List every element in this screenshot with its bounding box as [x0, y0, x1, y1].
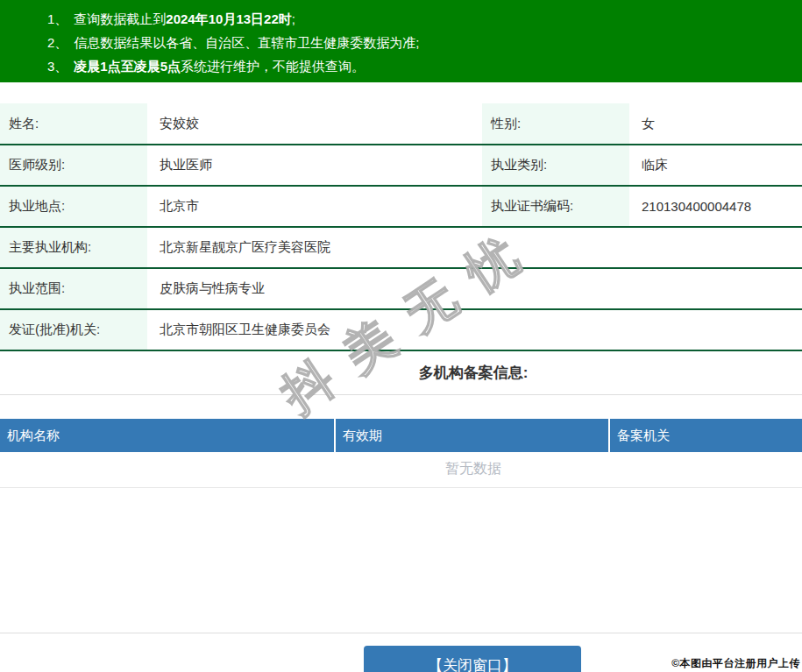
practice-category-value: 临床 [629, 145, 802, 186]
name-label: 姓名: [0, 103, 147, 145]
notice-number: 2、 [47, 35, 67, 50]
name-value: 安姣姣 [147, 103, 482, 145]
notice-line-1: 1、查询数据截止到2024年10月13日22时; [47, 7, 793, 31]
main-institution-label: 主要执业机构: [0, 227, 147, 268]
practice-location-label: 执业地点: [0, 186, 147, 227]
notice-banner: 1、查询数据截止到2024年10月13日22时; 2、信息数据结果以各省、自治区… [0, 0, 802, 82]
table-row: 执业地点: 北京市 执业证书编码: 210130400004478 [0, 186, 802, 227]
notice-line-2: 2、信息数据结果以各省、自治区、直辖市卫生健康委数据为准; [47, 31, 793, 54]
notice-number: 3、 [47, 59, 67, 74]
copyright-watermark: ©本图由平台注册用户上传 [671, 656, 800, 671]
gender-label: 性别: [482, 103, 629, 145]
table-row: 主要执业机构: 北京新星靓京广医疗美容医院 [0, 227, 802, 268]
query-result-page: 1、查询数据截止到2024年10月13日22时; 2、信息数据结果以各省、自治区… [0, 0, 802, 672]
gender-value: 女 [629, 103, 802, 145]
filing-table-empty-row: 暂无数据 [0, 452, 802, 487]
notice-line-3: 3、凌晨1点至凌晨5点系统进行维护，不能提供查询。 [47, 54, 793, 78]
certificate-number-value: 210130400004478 [629, 186, 802, 227]
doctor-level-value: 执业医师 [147, 145, 482, 186]
notice-bold-text: 凌晨1点至凌晨5点 [74, 59, 181, 74]
notice-bold-text: 2024年10月13日22时 [166, 11, 291, 26]
notice-text: ; [292, 11, 295, 26]
main-institution-value: 北京新星靓京广医疗美容医院 [147, 227, 802, 268]
practice-location-value: 北京市 [147, 186, 482, 227]
doctor-level-label: 医师级别: [0, 145, 147, 186]
notice-text: 查询数据截止到 [74, 11, 166, 26]
issuing-authority-value: 北京市朝阳区卫生健康委员会 [147, 309, 802, 350]
column-header-validity-period: 有效期 [335, 419, 609, 452]
table-row: 医师级别: 执业医师 执业类别: 临床 [0, 145, 802, 186]
table-row: 执业范围: 皮肤病与性病专业 [0, 268, 802, 309]
column-header-filing-authority: 备案机关 [609, 419, 802, 452]
filing-table: 机构名称 有效期 备案机关 暂无数据 [0, 419, 802, 488]
notice-text: 信息数据结果以各省、自治区、直辖市卫生健康委数据为准; [74, 35, 419, 50]
footer-divider [0, 633, 802, 633]
issuing-authority-label: 发证(批准)机关: [0, 309, 147, 350]
practice-scope-value: 皮肤病与性病专业 [147, 268, 802, 309]
close-window-button[interactable]: 【关闭窗口】 [364, 646, 581, 672]
certificate-number-label: 执业证书编码: [482, 186, 629, 227]
doctor-detail-table: 姓名: 安姣姣 性别: 女 医师级别: 执业医师 执业类别: 临床 执业地点: … [0, 103, 802, 351]
table-row: 发证(批准)机关: 北京市朝阳区卫生健康委员会 [0, 309, 802, 350]
practice-category-label: 执业类别: [482, 145, 629, 186]
notice-text: 系统进行维护，不能提供查询。 [181, 59, 365, 74]
column-header-institution-name: 机构名称 [0, 419, 335, 452]
table-row: 姓名: 安姣姣 性别: 女 [0, 103, 802, 145]
empty-data-text: 暂无数据 [0, 452, 802, 487]
notice-number: 1、 [47, 11, 67, 26]
filing-table-header-row: 机构名称 有效期 备案机关 [0, 419, 802, 452]
multi-institution-section-title: 多机构备案信息: [0, 351, 802, 395]
practice-scope-label: 执业范围: [0, 268, 147, 309]
result-content: 姓名: 安姣姣 性别: 女 医师级别: 执业医师 执业类别: 临床 执业地点: … [0, 103, 802, 488]
